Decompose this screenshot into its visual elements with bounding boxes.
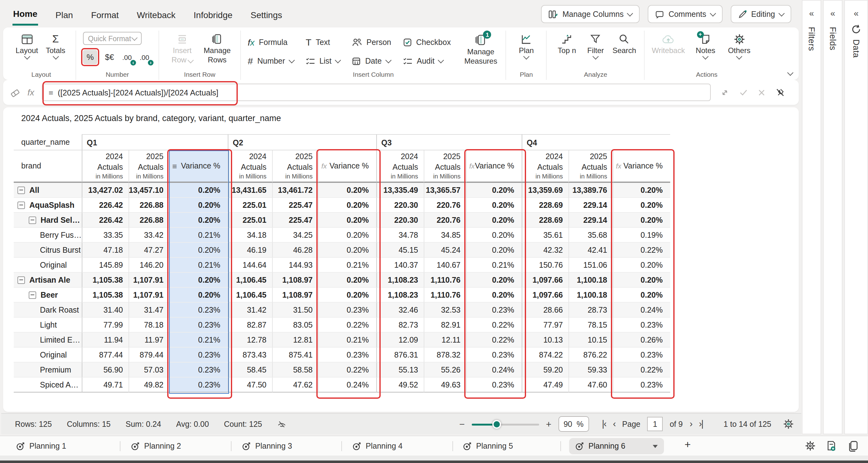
slider-thumb[interactable] [492, 420, 501, 428]
variance-cell[interactable]: 0.23% [466, 347, 522, 363]
variance-cell[interactable]: 0.20% [466, 183, 522, 198]
measure-header[interactable]: 2025Actualsin Millions [128, 150, 169, 183]
menu-format[interactable]: Format [91, 3, 120, 25]
variance-cell[interactable]: 0.20% [318, 183, 376, 198]
value-cell[interactable]: 226.42 [82, 198, 128, 213]
insert-row-button[interactable]: Insert Row [166, 32, 198, 65]
expand-formula-icon[interactable] [721, 88, 729, 96]
collapse-row-icon[interactable] [18, 186, 25, 194]
plan-button[interactable]: Plan [513, 32, 539, 59]
value-cell[interactable]: 1,105.38 [82, 288, 128, 303]
value-cell[interactable]: 13,461.72 [272, 183, 318, 198]
manage-rows-button[interactable]: Manage Rows [201, 32, 234, 65]
variance-cell[interactable]: 0.20% [169, 243, 228, 258]
value-cell[interactable]: 31.40 [82, 303, 128, 318]
filters-panel-collapsed[interactable]: « Filters [802, 0, 821, 434]
quarter-header[interactable]: Q1 [82, 134, 228, 150]
measure-header[interactable]: 2024Actualsin Millions [228, 150, 272, 183]
value-cell[interactable]: 82.91 [424, 318, 466, 333]
value-cell[interactable]: 82.87 [228, 318, 272, 333]
variance-cell[interactable]: 0.20% [318, 288, 376, 303]
variance-cell[interactable]: 0.20% [613, 258, 670, 273]
zoom-level-box[interactable]: 90 % [558, 416, 589, 432]
value-cell[interactable]: 78.15 [568, 318, 613, 333]
sheet-tab[interactable]: Planning 2 [131, 436, 181, 456]
value-cell[interactable]: 11.94 [82, 333, 128, 347]
value-cell[interactable]: 10.13 [522, 333, 568, 347]
insert-text-button[interactable]: T Text [306, 34, 340, 50]
insert-formula-button[interactable]: fx Formula [248, 34, 294, 50]
value-cell[interactable]: 145.89 [82, 258, 128, 273]
unpin-formula-bar-icon[interactable] [776, 88, 784, 97]
variance-header[interactable]: fxVariance % [466, 150, 522, 183]
variance-cell[interactable]: 0.20% [613, 273, 670, 288]
menu-infobridge[interactable]: Infobridge [193, 3, 234, 25]
next-page-icon[interactable]: › [689, 420, 692, 429]
value-cell[interactable]: 47.27 [128, 243, 169, 258]
variance-cell[interactable]: 0.20% [318, 198, 376, 213]
value-cell[interactable]: 151.06 [568, 258, 613, 273]
variance-cell[interactable]: 0.22% [613, 243, 670, 258]
value-cell[interactable]: 33.35 [82, 228, 128, 243]
value-cell[interactable]: 31.47 [128, 303, 169, 318]
value-cell[interactable]: 57.03 [128, 363, 169, 377]
value-cell[interactable]: 77.97 [522, 318, 568, 333]
value-cell[interactable]: 13,365.57 [424, 183, 466, 198]
row-dimension-header[interactable]: brand [14, 150, 82, 183]
sheet-tab[interactable]: Planning 1 [16, 436, 66, 456]
variance-cell[interactable]: 0.26% [613, 333, 670, 347]
previous-page-icon[interactable]: ‹ [613, 420, 615, 429]
variance-cell[interactable]: 0.20% [318, 213, 376, 228]
zoom-in-button[interactable]: + [546, 419, 552, 429]
add-page-icon[interactable] [826, 440, 836, 452]
row-label-cell[interactable]: Berry Fusion [14, 228, 82, 243]
value-cell[interactable]: 13,427.02 [82, 183, 128, 198]
value-cell[interactable]: 83.05 [272, 318, 318, 333]
value-cell[interactable]: 878.32 [424, 347, 466, 363]
add-sheet-button[interactable]: + [685, 439, 691, 451]
variance-cell[interactable]: 0.20% [169, 273, 228, 288]
variance-cell[interactable]: 0.23% [613, 347, 670, 363]
value-cell[interactable]: 34.18 [228, 228, 272, 243]
insert-person-button[interactable]: Person [352, 34, 391, 50]
value-cell[interactable]: 13,457.10 [128, 183, 169, 198]
variance-cell[interactable]: 0.20% [613, 183, 670, 198]
row-label-cell[interactable]: Original [14, 258, 82, 273]
variance-cell[interactable]: 0.20% [169, 183, 228, 198]
variance-cell[interactable]: 0.21% [169, 228, 228, 243]
row-label-cell[interactable]: All [14, 183, 82, 198]
variance-cell[interactable]: 0.23% [613, 377, 670, 393]
variance-cell[interactable]: 0.20% [318, 273, 376, 288]
page-number-input[interactable]: 1 [647, 417, 663, 431]
refresh-icon[interactable] [851, 24, 861, 34]
value-cell[interactable]: 1,107.91 [128, 288, 169, 303]
variance-cell[interactable]: 0.20% [466, 213, 522, 228]
menu-settings[interactable]: Settings [250, 3, 283, 25]
variance-cell[interactable]: 0.23% [169, 377, 228, 393]
eraser-icon[interactable] [10, 88, 20, 97]
variance-cell[interactable]: 0.20% [466, 243, 522, 258]
value-cell[interactable]: 42.41 [568, 243, 613, 258]
variance-cell[interactable]: 0.22% [318, 318, 376, 333]
zoom-out-button[interactable]: − [459, 419, 465, 429]
variance-cell[interactable]: 0.20% [466, 228, 522, 243]
variance-cell[interactable]: 0.20% [613, 288, 670, 303]
value-cell[interactable]: 226.88 [128, 198, 169, 213]
variance-cell[interactable]: 0.23% [169, 318, 228, 333]
row-label-cell[interactable]: Beer [14, 288, 82, 303]
value-cell[interactable]: 49.63 [424, 377, 466, 393]
totals-button[interactable]: Σ Totals [42, 32, 69, 59]
variance-cell[interactable]: 0.20% [613, 198, 670, 213]
value-cell[interactable]: 220.30 [376, 213, 424, 228]
value-cell[interactable]: 12.78 [228, 333, 272, 347]
value-cell[interactable]: 1,110.76 [424, 288, 466, 303]
variance-cell[interactable]: 0.19% [613, 228, 670, 243]
variance-header[interactable]: fxVariance % [318, 150, 376, 183]
variance-cell[interactable]: 0.20% [466, 288, 522, 303]
collapse-row-icon[interactable] [18, 276, 25, 284]
variance-cell[interactable]: 0.22% [466, 333, 522, 347]
value-cell[interactable]: 47.62 [272, 377, 318, 393]
value-cell[interactable]: 47.18 [82, 243, 128, 258]
value-cell[interactable]: 82.73 [376, 318, 424, 333]
percent-format-button[interactable]: % [83, 50, 97, 64]
